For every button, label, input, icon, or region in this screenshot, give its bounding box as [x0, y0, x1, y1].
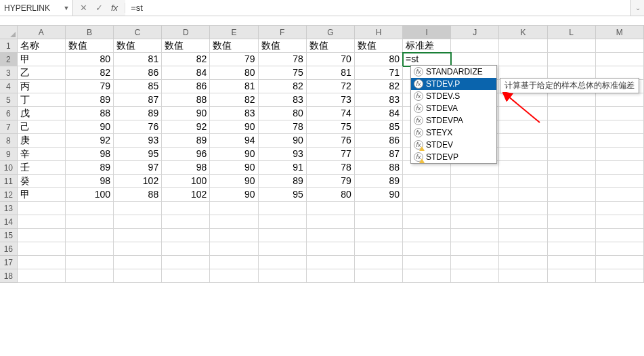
column-header-I[interactable]: I: [403, 26, 451, 39]
cell-I13[interactable]: [403, 202, 451, 215]
cell-A4[interactable]: 丙: [18, 80, 66, 93]
cell-E17[interactable]: [210, 256, 258, 269]
cell-A13[interactable]: [18, 202, 66, 215]
cell-G8[interactable]: 76: [307, 134, 355, 148]
cell-M5[interactable]: [596, 93, 644, 107]
cell-L16[interactable]: [548, 242, 596, 256]
cell-I2[interactable]: =st: [403, 53, 451, 66]
cell-E14[interactable]: [210, 215, 258, 229]
row-header-15[interactable]: 15: [0, 229, 18, 242]
row-header-1[interactable]: 1: [0, 39, 18, 53]
cell-G18[interactable]: [307, 269, 355, 283]
name-box[interactable]: HYPERLINK ▼: [0, 0, 73, 16]
cell-L18[interactable]: [548, 269, 596, 283]
cell-K2[interactable]: [499, 53, 547, 66]
cell-L8[interactable]: [548, 134, 596, 148]
cell-A5[interactable]: 丁: [18, 93, 66, 107]
cell-L17[interactable]: [548, 256, 596, 269]
cell-F10[interactable]: 91: [259, 161, 307, 175]
cell-C5[interactable]: 87: [114, 93, 162, 107]
cell-C9[interactable]: 95: [114, 148, 162, 161]
cell-C15[interactable]: [114, 229, 162, 242]
row-header-2[interactable]: 2: [0, 53, 18, 66]
cell-H13[interactable]: [355, 202, 403, 215]
cell-D9[interactable]: 96: [162, 148, 210, 161]
cell-I14[interactable]: [403, 215, 451, 229]
cell-J12[interactable]: [451, 188, 499, 202]
cell-B12[interactable]: 100: [66, 188, 114, 202]
cell-M14[interactable]: [596, 215, 644, 229]
cell-F9[interactable]: 93: [259, 148, 307, 161]
column-header-J[interactable]: J: [451, 26, 499, 39]
cell-A6[interactable]: 戊: [18, 107, 66, 120]
cell-F8[interactable]: 90: [259, 134, 307, 148]
suggestion-stdevpa[interactable]: fxSTDEVPA: [411, 114, 496, 127]
cell-G15[interactable]: [307, 229, 355, 242]
cell-H18[interactable]: [355, 269, 403, 283]
cell-C14[interactable]: [114, 215, 162, 229]
cell-F5[interactable]: 83: [259, 93, 307, 107]
cell-F12[interactable]: 95: [259, 188, 307, 202]
select-all-corner[interactable]: [0, 26, 18, 39]
cell-H3[interactable]: 71: [355, 66, 403, 80]
cell-G2[interactable]: 70: [307, 53, 355, 66]
cell-L2[interactable]: [548, 53, 596, 66]
cell-H4[interactable]: 82: [355, 80, 403, 93]
cell-D15[interactable]: [162, 229, 210, 242]
cell-M2[interactable]: [596, 53, 644, 66]
formula-bar-expand-icon[interactable]: ⌄: [630, 0, 644, 16]
cell-D12[interactable]: 102: [162, 188, 210, 202]
cell-C11[interactable]: 102: [114, 175, 162, 188]
cell-D2[interactable]: 82: [162, 53, 210, 66]
cell-G7[interactable]: 75: [307, 120, 355, 134]
cell-E16[interactable]: [210, 242, 258, 256]
row-header-18[interactable]: 18: [0, 269, 18, 283]
cell-M12[interactable]: [596, 188, 644, 202]
cell-A14[interactable]: [18, 215, 66, 229]
cell-J1[interactable]: [451, 39, 499, 53]
cell-L14[interactable]: [548, 215, 596, 229]
column-header-K[interactable]: K: [499, 26, 547, 39]
cell-K17[interactable]: [499, 256, 547, 269]
cell-G3[interactable]: 81: [307, 66, 355, 80]
cell-K11[interactable]: [499, 175, 547, 188]
cell-C10[interactable]: 97: [114, 161, 162, 175]
cell-B11[interactable]: 98: [66, 175, 114, 188]
cell-B13[interactable]: [66, 202, 114, 215]
cell-A10[interactable]: 壬: [18, 161, 66, 175]
cell-B16[interactable]: [66, 242, 114, 256]
cell-K12[interactable]: [499, 188, 547, 202]
name-box-dropdown-icon[interactable]: ▼: [60, 5, 72, 12]
cell-E5[interactable]: 82: [210, 93, 258, 107]
cell-E11[interactable]: 90: [210, 175, 258, 188]
row-header-17[interactable]: 17: [0, 256, 18, 269]
cell-J17[interactable]: [451, 256, 499, 269]
fx-icon[interactable]: fx: [111, 3, 118, 13]
cell-D6[interactable]: 90: [162, 107, 210, 120]
cell-C3[interactable]: 86: [114, 66, 162, 80]
cell-D17[interactable]: [162, 256, 210, 269]
cell-E2[interactable]: 79: [210, 53, 258, 66]
row-header-13[interactable]: 13: [0, 202, 18, 215]
cell-M17[interactable]: [596, 256, 644, 269]
cell-G13[interactable]: [307, 202, 355, 215]
cell-C8[interactable]: 93: [114, 134, 162, 148]
cell-L9[interactable]: [548, 148, 596, 161]
cell-L1[interactable]: [548, 39, 596, 53]
cell-F16[interactable]: [259, 242, 307, 256]
cell-C13[interactable]: [114, 202, 162, 215]
row-header-8[interactable]: 8: [0, 134, 18, 148]
formula-input[interactable]: =st: [125, 0, 630, 16]
cell-M6[interactable]: [596, 107, 644, 120]
cell-F4[interactable]: 82: [259, 80, 307, 93]
cell-G10[interactable]: 78: [307, 161, 355, 175]
cell-D8[interactable]: 89: [162, 134, 210, 148]
cell-J15[interactable]: [451, 229, 499, 242]
cell-M15[interactable]: [596, 229, 644, 242]
cell-M1[interactable]: [596, 39, 644, 53]
cell-D3[interactable]: 84: [162, 66, 210, 80]
cell-E9[interactable]: 90: [210, 148, 258, 161]
column-header-F[interactable]: F: [259, 26, 307, 39]
cell-M7[interactable]: [596, 120, 644, 134]
cell-L12[interactable]: [548, 188, 596, 202]
